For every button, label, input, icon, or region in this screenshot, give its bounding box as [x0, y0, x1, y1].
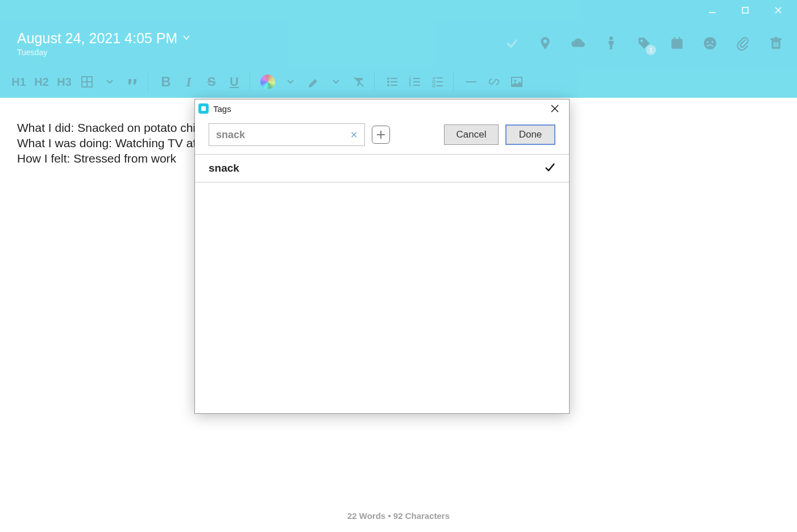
italic-button[interactable]: I — [181, 74, 196, 90]
image-button[interactable] — [509, 76, 524, 88]
maximize-button[interactable] — [729, 0, 762, 20]
modal-title-text: Tags — [213, 104, 231, 114]
svg-point-11 — [707, 41, 708, 43]
svg-rect-8 — [674, 37, 675, 40]
tags-modal: Tags ✕ Cancel Done snack — [194, 99, 570, 414]
done-button[interactable]: Done — [505, 124, 555, 145]
svg-rect-14 — [770, 38, 782, 40]
strike-button[interactable]: S — [204, 74, 219, 89]
bold-button[interactable]: B — [159, 74, 173, 90]
svg-rect-17 — [775, 42, 777, 47]
svg-text:3: 3 — [409, 83, 411, 87]
svg-point-10 — [704, 37, 716, 49]
tag-badge: 1 — [646, 45, 656, 55]
mood-icon[interactable] — [701, 35, 719, 52]
format-toolbar: H1 H2 H3 B I S U — [0, 66, 797, 98]
attachment-icon[interactable] — [734, 35, 752, 52]
minimize-button[interactable] — [696, 0, 729, 20]
svg-rect-32 — [413, 78, 420, 79]
svg-rect-38 — [433, 85, 435, 87]
h2-button[interactable]: H2 — [34, 76, 49, 89]
person-icon[interactable] — [603, 35, 620, 52]
entry-date: August 24, 2021 4:05 PM — [17, 30, 177, 47]
svg-rect-36 — [433, 81, 435, 83]
svg-rect-15 — [774, 37, 778, 38]
tag-input-wrap: ✕ — [209, 123, 365, 146]
date-area[interactable]: August 24, 2021 4:05 PM Tuesday — [17, 30, 190, 57]
svg-rect-43 — [201, 106, 206, 111]
status-bar: 22 Words • 92 Characters — [0, 511, 797, 521]
location-icon[interactable] — [537, 35, 554, 52]
svg-point-12 — [712, 41, 713, 43]
close-button[interactable] — [762, 0, 795, 20]
modal-toolbar: ✕ Cancel Done — [195, 118, 569, 154]
tag-icon[interactable]: 1 — [636, 35, 653, 52]
svg-rect-35 — [437, 77, 443, 78]
modal-close-button[interactable] — [546, 101, 563, 117]
svg-rect-1 — [742, 7, 748, 13]
modal-app-icon — [198, 103, 209, 114]
link-button[interactable] — [487, 76, 501, 88]
bullet-list-button[interactable] — [385, 76, 400, 88]
svg-rect-16 — [774, 42, 775, 47]
date-chevron-icon — [183, 34, 190, 42]
svg-rect-39 — [437, 85, 443, 86]
svg-rect-33 — [413, 81, 420, 82]
window-titlebar — [0, 0, 797, 20]
entry-day: Tuesday — [17, 48, 190, 57]
svg-point-4 — [609, 36, 613, 40]
svg-point-5 — [641, 40, 643, 42]
svg-rect-26 — [391, 78, 397, 79]
highlight-chevron-icon[interactable] — [329, 78, 343, 85]
svg-point-23 — [387, 77, 389, 80]
clear-format-button[interactable] — [351, 76, 366, 88]
underline-button[interactable]: U — [227, 74, 242, 89]
svg-rect-7 — [671, 39, 683, 41]
h3-button[interactable]: H3 — [57, 76, 72, 89]
svg-point-42 — [514, 80, 516, 82]
svg-point-24 — [387, 81, 389, 83]
tag-input[interactable] — [216, 129, 348, 141]
hr-button[interactable] — [464, 76, 479, 88]
confirm-icon[interactable] — [504, 35, 521, 52]
window-controls — [696, 0, 795, 20]
svg-rect-40 — [466, 81, 476, 82]
text-color-button[interactable] — [260, 74, 275, 89]
weather-icon[interactable] — [570, 35, 587, 52]
entry-header: August 24, 2021 4:05 PM Tuesday 1 — [0, 20, 797, 66]
tag-clear-icon[interactable]: ✕ — [348, 130, 360, 140]
trash-icon[interactable] — [767, 35, 784, 52]
svg-rect-34 — [413, 85, 420, 86]
calendar-icon[interactable] — [669, 35, 686, 52]
header-icons: 1 — [504, 35, 784, 52]
numbered-list-button[interactable]: 123 — [408, 76, 422, 88]
checklist-button[interactable] — [430, 76, 445, 88]
tag-list: snack — [195, 154, 569, 413]
tag-row-label: snack — [209, 162, 239, 174]
svg-rect-27 — [391, 81, 397, 82]
highlight-button[interactable] — [306, 76, 321, 88]
svg-rect-9 — [679, 37, 680, 40]
table-chevron-icon[interactable] — [102, 78, 117, 85]
svg-rect-28 — [391, 85, 397, 86]
svg-rect-37 — [437, 81, 443, 82]
quote-button[interactable] — [125, 76, 140, 88]
text-color-chevron-icon[interactable] — [283, 78, 298, 85]
tag-row[interactable]: snack — [195, 155, 569, 182]
add-tag-button[interactable] — [372, 126, 390, 144]
cancel-button[interactable]: Cancel — [444, 124, 499, 145]
h1-button[interactable]: H1 — [11, 76, 26, 89]
svg-rect-18 — [777, 42, 778, 47]
modal-titlebar: Tags — [195, 99, 569, 118]
svg-point-25 — [387, 84, 389, 86]
table-button[interactable] — [80, 76, 94, 88]
check-icon — [544, 161, 555, 175]
